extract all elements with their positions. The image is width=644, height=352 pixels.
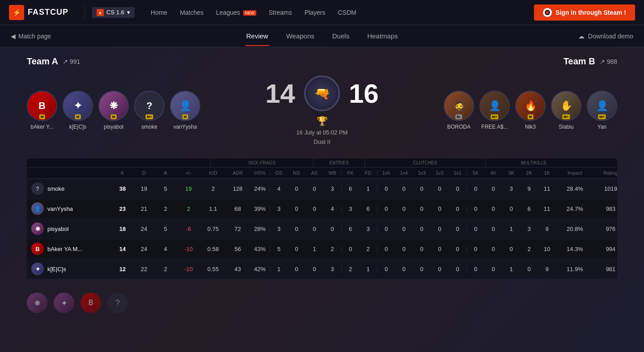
back-to-match[interactable]: ◀ Match page xyxy=(11,33,51,40)
stat-as: 0 xyxy=(305,185,323,192)
mini-avatar-k[E|C]s[interactable]: ✦ xyxy=(31,263,44,275)
player-vanyysha: 👤 M vanYysha xyxy=(170,91,200,130)
stat-pm: -10 xyxy=(176,246,201,252)
trophy-icon: 🏆 xyxy=(317,116,328,126)
avatar-vanyysha[interactable]: 👤 M xyxy=(170,91,200,121)
player-boroda-name: BORODA xyxy=(447,124,470,130)
player-vanyysha-name: vanYysha xyxy=(174,124,197,130)
stat-d: 22 xyxy=(133,266,155,272)
badge-smoke: M+ xyxy=(145,114,153,119)
tab-weapons[interactable]: Weapons xyxy=(277,26,323,46)
group-spacer xyxy=(27,159,210,167)
player-kec: ✦ M k[E|C]s xyxy=(63,91,93,130)
mini-avatar-bAker YA M...[interactable]: B xyxy=(31,243,44,255)
bottom-avatar-1: ❋ xyxy=(27,293,47,313)
stat-impact: 20.8% xyxy=(556,226,594,232)
avatar-baker[interactable]: B M xyxy=(27,91,57,121)
logo-text: FASTCUP xyxy=(28,8,68,17)
avatar-yan[interactable]: 👤 M+ xyxy=(587,91,617,121)
steam-btn-label: Sign in through Steam ! xyxy=(555,9,626,16)
navbar: ⚡ FASTCUP ▲ CS 1.6 ▾ Home Matches League… xyxy=(0,0,644,25)
map-logo: 🔫 xyxy=(304,75,340,111)
nav-streams[interactable]: Streams xyxy=(263,6,297,19)
stat-os: 4 xyxy=(270,185,288,192)
download-icon: ☁ xyxy=(578,33,585,40)
stat-hs: 43% xyxy=(250,246,270,252)
player-slabiu-name: Slabiu xyxy=(559,124,573,130)
stat-hs: 24% xyxy=(250,185,270,192)
avatar-nik3[interactable]: 🔥 M xyxy=(515,91,546,121)
tab-heatmaps[interactable]: Heatmaps xyxy=(358,26,407,46)
stat-fk: 0 xyxy=(341,246,359,252)
badge-vanyysha: M xyxy=(182,114,188,119)
mini-avatar-smoke[interactable]: ? xyxy=(31,182,44,195)
stat-pm: 19 xyxy=(176,185,201,192)
stat-k: 18 xyxy=(112,226,133,232)
stat-fk: 2 xyxy=(341,266,359,272)
stat-as: 1 xyxy=(305,246,323,252)
stat-4k: 0 xyxy=(484,226,502,232)
mini-avatar-pisyabol[interactable]: ❋ xyxy=(31,222,44,235)
stat-5k: 0 xyxy=(466,185,484,192)
stat-as: 0 xyxy=(305,226,323,232)
nav-matches[interactable]: Matches xyxy=(174,6,209,19)
avatar-boroda[interactable]: 🧔 M- xyxy=(444,91,474,121)
avatar-pisyabol[interactable]: ❋ M xyxy=(98,91,129,121)
game-selector[interactable]: ▲ CS 1.6 ▾ xyxy=(92,7,135,18)
stat-adr: 43 xyxy=(225,266,250,272)
stat-a: 5 xyxy=(155,185,176,192)
player-yan: 👤 M+ Yan xyxy=(587,91,617,130)
nav-csdm[interactable]: CSDM xyxy=(332,6,361,19)
steam-signin-button[interactable]: Sign in through Steam ! xyxy=(534,4,635,21)
tab-duels[interactable]: Duels xyxy=(323,26,358,46)
stat-a: 2 xyxy=(155,266,176,272)
stat-2k: 3 xyxy=(520,226,538,232)
player-name-bAker YA M...: bAker YA M... xyxy=(47,246,82,252)
tab-review[interactable]: Review xyxy=(237,26,277,46)
nav-players[interactable]: Players xyxy=(299,6,331,19)
stat-5k: 0 xyxy=(466,246,484,252)
stat-5k: 0 xyxy=(466,226,484,232)
rating-arrow-b-icon: ↗ xyxy=(600,58,605,65)
nav-home[interactable]: Home xyxy=(145,6,173,19)
stat-1v5: 0 xyxy=(377,205,395,212)
download-demo-button[interactable]: ☁ Download demo xyxy=(578,33,633,40)
logo[interactable]: ⚡ FASTCUP xyxy=(9,5,68,20)
stat-hs: 28% xyxy=(250,226,270,232)
mini-avatar-vanYysha[interactable]: 👤 xyxy=(31,202,44,215)
player-name-k[E|C]s: k[E|C]s xyxy=(47,266,66,272)
chevron-down-icon: ▾ xyxy=(127,9,130,16)
badge-kec: M xyxy=(75,114,81,119)
stat-3k: 1 xyxy=(502,226,520,232)
player-name-pisyabol: pisyabol xyxy=(47,226,69,232)
table-row: B bAker YA M... 14 24 4 -10 0.58 56 43% … xyxy=(27,239,617,259)
player-slabiu: ✋ M+ Slabiu xyxy=(551,91,581,130)
stat-1v2: 0 xyxy=(431,226,449,232)
stat-rating: 994 xyxy=(594,246,617,252)
stat-d: 19 xyxy=(133,185,155,192)
stat-fd: 6 xyxy=(359,205,377,212)
stat-2k: 2 xyxy=(520,246,538,252)
stat-1v2: 0 xyxy=(431,185,449,192)
stat-wb: 3 xyxy=(323,266,341,272)
avatar-free[interactable]: 👤 M+ xyxy=(479,91,510,121)
download-label: Download demo xyxy=(588,33,633,40)
col-1v2: 1v2 xyxy=(431,170,449,176)
stat-4k: 0 xyxy=(484,266,502,272)
player-kec-name: k[E|C]s xyxy=(69,124,86,130)
stat-1v1: 0 xyxy=(449,226,466,232)
avatar-kec[interactable]: ✦ M xyxy=(63,91,93,121)
score-team-a: 14 xyxy=(265,78,295,109)
rating-arrow-icon: ↗ xyxy=(63,58,68,65)
stat-1v5: 0 xyxy=(377,266,395,272)
bottom-avatar-q1: ? xyxy=(107,293,128,313)
stat-d: 21 xyxy=(133,205,155,212)
nav-leagues[interactable]: Leagues NEW xyxy=(211,6,262,19)
stat-d: 24 xyxy=(133,226,155,232)
avatar-slabiu[interactable]: ✋ M+ xyxy=(551,91,581,121)
avatar-smoke[interactable]: ? M+ xyxy=(134,91,165,121)
match-center: B M bAker Y... ✦ M k[E|C]s ❋ M xyxy=(27,75,617,145)
stat-as: 0 xyxy=(305,205,323,212)
stat-fk: 6 xyxy=(341,185,359,192)
stat-adr: 72 xyxy=(225,226,250,232)
